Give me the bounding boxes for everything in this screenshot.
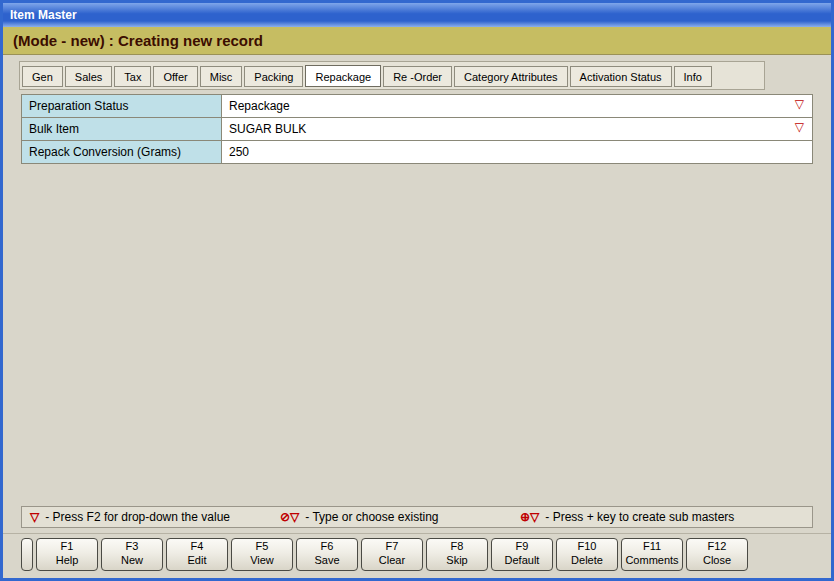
fbtn-label: Delete	[571, 554, 603, 568]
fkey-label: F5	[256, 540, 269, 554]
fbtn-label: Edit	[188, 554, 207, 568]
fbtn-label: View	[250, 554, 274, 568]
form-row-repack-conversion: Repack Conversion (Grams) 250	[21, 141, 813, 164]
repackage-form: Preparation Status Repackage ▽ Bulk Item…	[21, 94, 813, 164]
help-button[interactable]: F1 Help	[36, 538, 98, 571]
repack-conversion-value: 250	[229, 145, 249, 159]
title-bar: Item Master	[3, 3, 831, 27]
tab-repackage[interactable]: Repackage	[305, 65, 381, 87]
mode-bar: (Mode - new) : Creating new record	[3, 27, 831, 55]
form-row-preparation-status: Preparation Status Repackage ▽	[21, 95, 813, 118]
legend-text: - Press + key to create sub masters	[545, 510, 734, 524]
legend-text: - Press F2 for drop-down the value	[45, 510, 230, 524]
form-row-bulk-item: Bulk Item SUGAR BULK ▽	[21, 118, 813, 141]
new-button[interactable]: F3 New	[101, 538, 163, 571]
fbtn-label: Save	[314, 554, 339, 568]
close-button[interactable]: F12 Close	[686, 538, 748, 571]
tab-sales[interactable]: Sales	[65, 66, 113, 87]
legend-bar: ▽ - Press F2 for drop-down the value ⊘▽ …	[21, 506, 813, 528]
fkey-label: F9	[516, 540, 529, 554]
tab-tax[interactable]: Tax	[114, 66, 151, 87]
fkey-label: F10	[578, 540, 597, 554]
repack-conversion-field[interactable]: 250	[222, 141, 812, 163]
legend-item-type-or-choose: ⊘▽ - Type or choose existing	[280, 510, 520, 524]
circle-plus-triangle-icon: ⊕▽	[520, 510, 539, 524]
fkey-label: F6	[321, 540, 334, 554]
view-button[interactable]: F5 View	[231, 538, 293, 571]
preparation-status-label: Preparation Status	[22, 95, 222, 117]
tab-activation-status[interactable]: Activation Status	[570, 66, 672, 87]
bulk-item-value: SUGAR BULK	[229, 122, 306, 136]
dropdown-triangle-icon: ▽	[30, 510, 39, 524]
preparation-status-value: Repackage	[229, 99, 290, 113]
repack-conversion-label: Repack Conversion (Grams)	[22, 141, 222, 163]
fbtn-label: New	[121, 554, 143, 568]
legend-item-dropdown: ▽ - Press F2 for drop-down the value	[30, 510, 280, 524]
default-button[interactable]: F9 Default	[491, 538, 553, 571]
bulk-item-field[interactable]: SUGAR BULK ▽	[222, 118, 812, 140]
empty-content-area	[3, 164, 831, 506]
edit-button[interactable]: F4 Edit	[166, 538, 228, 571]
tab-packing[interactable]: Packing	[244, 66, 303, 87]
delete-button[interactable]: F10 Delete	[556, 538, 618, 571]
tab-info[interactable]: Info	[674, 66, 712, 87]
circle-slash-triangle-icon: ⊘▽	[280, 510, 299, 524]
save-button[interactable]: F6 Save	[296, 538, 358, 571]
fkey-label: F1	[61, 540, 74, 554]
button-bar-gripper	[21, 538, 33, 571]
clear-button[interactable]: F7 Clear	[361, 538, 423, 571]
skip-button[interactable]: F8 Skip	[426, 538, 488, 571]
fbtn-label: Help	[56, 554, 79, 568]
legend-text: - Type or choose existing	[305, 510, 438, 524]
fbtn-label: Clear	[379, 554, 405, 568]
fbtn-label: Close	[703, 554, 731, 568]
tab-offer[interactable]: Offer	[153, 66, 197, 87]
dropdown-triangle-icon[interactable]: ▽	[795, 121, 804, 133]
tab-re-order[interactable]: Re -Order	[383, 66, 452, 87]
fkey-label: F4	[191, 540, 204, 554]
fkey-label: F11	[643, 540, 661, 554]
item-master-window: Item Master (Mode - new) : Creating new …	[0, 0, 834, 581]
legend-item-sub-masters: ⊕▽ - Press + key to create sub masters	[520, 510, 734, 524]
tab-misc[interactable]: Misc	[200, 66, 243, 87]
mode-text: (Mode - new) : Creating new record	[13, 32, 263, 49]
tab-category-attributes[interactable]: Category Attributes	[454, 66, 568, 87]
function-button-bar: F1 Help F3 New F4 Edit F5 View F6 Save F…	[3, 533, 831, 578]
tab-gen[interactable]: Gen	[22, 66, 63, 87]
fbtn-label: Default	[505, 554, 540, 568]
fkey-label: F7	[386, 540, 399, 554]
preparation-status-field[interactable]: Repackage ▽	[222, 95, 812, 117]
fbtn-label: Comments	[625, 554, 678, 568]
dropdown-triangle-icon[interactable]: ▽	[795, 98, 804, 110]
bulk-item-label: Bulk Item	[22, 118, 222, 140]
fbtn-label: Skip	[446, 554, 467, 568]
tab-strip: Gen Sales Tax Offer Misc Packing Repacka…	[19, 61, 765, 90]
fkey-label: F3	[126, 540, 139, 554]
window-title: Item Master	[10, 8, 77, 22]
comments-button[interactable]: F11 Comments	[621, 538, 683, 571]
fkey-label: F8	[451, 540, 464, 554]
fkey-label: F12	[708, 540, 727, 554]
